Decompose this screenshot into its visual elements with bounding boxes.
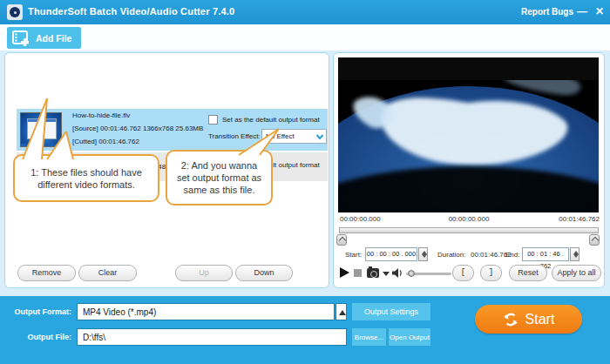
apply-to-all-button[interactable]: Apply to all [552, 265, 601, 281]
close-button[interactable]: ✕ [593, 5, 607, 17]
file-2-cutted: [Cutted] 00:00:10.000 [72, 172, 139, 180]
file-1-default-format-checkbox[interactable] [208, 115, 218, 125]
trim-start-handle[interactable] [336, 234, 347, 246]
output-format-label: Output Format: [3, 307, 71, 316]
file-1-thumbnail [20, 112, 62, 147]
output-file-label: Output File: [3, 333, 71, 341]
start-sync-icon [503, 312, 518, 327]
up-button[interactable]: Up [175, 265, 233, 281]
snapshot-dropdown-icon[interactable] [383, 272, 390, 276]
reset-button[interactable]: Reset [509, 265, 547, 281]
report-bugs-link[interactable]: Report Bugs [521, 7, 573, 17]
start-button-label: Start [525, 312, 555, 327]
start-time-spinner[interactable] [418, 247, 428, 261]
app-icon [7, 4, 23, 20]
trim-end-handle[interactable] [589, 234, 600, 246]
titlebar: ThunderSoft Batch Video/Audio Cutter 7.4… [0, 0, 610, 24]
add-file-label: Add File [36, 33, 71, 44]
app-window: ThunderSoft Batch Video/Audio Cutter 7.4… [0, 0, 610, 364]
file-2-thumbnail [20, 155, 60, 179]
chevron-down-icon [315, 132, 324, 141]
browse-button[interactable]: Browse... [352, 328, 386, 346]
add-file-icon [12, 30, 31, 46]
end-time-spinner[interactable] [570, 247, 580, 261]
minimize-button[interactable]: — [575, 5, 589, 17]
volume-thumb[interactable] [408, 270, 415, 277]
file-list-item-2[interactable]: RXG1.mp4 [Source] 00:00:10.000 480x480 1… [17, 152, 328, 181]
play-icon[interactable] [340, 267, 349, 278]
clear-button[interactable]: Clear [78, 265, 137, 281]
start-time-field[interactable]: 00 : 00 : 00 . 000 [365, 247, 417, 261]
transition-effect-value: No Effect [266, 132, 295, 140]
duration-label: Duration: [437, 251, 465, 259]
end-label: End: [505, 251, 519, 259]
file-1-cutted: [Cutted] 00:01:46.762 [72, 138, 139, 145]
combo-arrow-icon[interactable] [336, 303, 347, 320]
mark-end-button[interactable]: ] [480, 265, 502, 281]
transition-effect-select[interactable]: No Effect [261, 129, 327, 144]
file-list-item-1[interactable]: How-to-hide-file.flv [Source] 00:01:46.7… [17, 109, 328, 151]
timeline-track[interactable] [339, 227, 599, 233]
file-2-name: RXG1.mp4 [72, 153, 107, 161]
timestamp-total: 00:01:46.762 [559, 215, 600, 223]
callout-2-line-3: same as this file. [184, 184, 255, 196]
stop-icon[interactable] [354, 269, 362, 277]
file-1-name: How-to-hide-file.flv [72, 111, 130, 119]
output-bar: Output Format: MP4 Video (*.mp4) Output … [0, 296, 610, 364]
toolbar: Add File [0, 24, 610, 51]
timeline-timestamps: 00:00:00.000 00:00:00.000 00:01:46.762 [338, 215, 600, 224]
output-settings-button[interactable]: Output Settings [352, 303, 430, 320]
add-file-button[interactable]: Add File [7, 27, 81, 49]
end-time-field[interactable]: 00 : 01 : 46 . 762 [522, 247, 569, 261]
output-format-select[interactable]: MP4 Video (*.mp4) [77, 303, 335, 320]
file-list-panel: How-to-hide-file.flv [Source] 00:01:46.7… [4, 52, 329, 288]
window-title: ThunderSoft Batch Video/Audio Cutter 7.4… [28, 6, 234, 17]
file-2-source: [Source] 00:00:10.000 480x480 1.11MB [72, 163, 195, 171]
start-label: Start: [345, 251, 362, 259]
file-2-default-format-checkbox[interactable] [208, 160, 218, 170]
file-2-default-format-label: Set as the default output format [222, 161, 320, 169]
mark-start-button[interactable]: [ [452, 265, 474, 281]
output-file-value: D:\ffs\ [83, 333, 105, 342]
volume-speaker-icon[interactable] [392, 268, 403, 278]
down-button[interactable]: Down [235, 265, 293, 281]
output-file-field[interactable]: D:\ffs\ [77, 328, 347, 346]
remove-button[interactable]: Remove [17, 265, 76, 281]
transition-effect-label: Transition Effect: [208, 132, 261, 140]
video-preview[interactable] [338, 57, 599, 212]
snapshot-camera-icon[interactable] [367, 268, 379, 278]
start-button[interactable]: Start [475, 305, 582, 334]
open-output-button[interactable]: Open Output [389, 328, 430, 346]
file-1-default-format-label: Set as the default output format [222, 116, 320, 124]
output-format-value: MP4 Video (*.mp4) [83, 307, 156, 317]
file-1-source: [Source] 00:01:46.762 1366x768 25.63MB [72, 125, 203, 132]
